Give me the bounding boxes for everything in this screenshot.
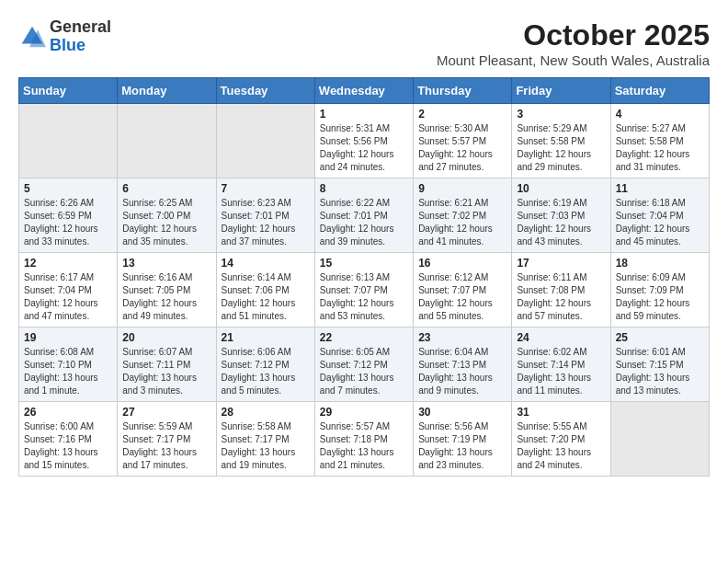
logo-text: General Blue (50, 18, 111, 55)
day-number: 22 (320, 331, 408, 344)
day-info: Sunrise: 5:27 AM Sunset: 5:58 PM Dayligh… (616, 122, 704, 174)
calendar-week-row: 1Sunrise: 5:31 AM Sunset: 5:56 PM Daylig… (19, 104, 710, 178)
day-number: 20 (122, 331, 210, 344)
day-number: 11 (616, 182, 704, 195)
calendar-cell (216, 104, 314, 178)
day-info: Sunrise: 5:30 AM Sunset: 5:57 PM Dayligh… (418, 122, 506, 174)
logo-blue: Blue (50, 37, 111, 55)
day-info: Sunrise: 6:13 AM Sunset: 7:07 PM Dayligh… (320, 271, 408, 323)
calendar-cell: 20Sunrise: 6:07 AM Sunset: 7:11 PM Dayli… (118, 327, 216, 402)
day-info: Sunrise: 6:08 AM Sunset: 7:10 PM Dayligh… (24, 346, 112, 397)
calendar-cell: 8Sunrise: 6:22 AM Sunset: 7:01 PM Daylig… (314, 178, 413, 253)
calendar-cell (19, 104, 118, 178)
calendar-week-row: 5Sunrise: 6:26 AM Sunset: 6:59 PM Daylig… (19, 178, 710, 253)
day-number: 6 (122, 182, 210, 195)
title-block: October 2025 Mount Pleasant, New South W… (437, 18, 710, 68)
calendar-cell: 7Sunrise: 6:23 AM Sunset: 7:01 PM Daylig… (216, 178, 314, 253)
day-info: Sunrise: 6:26 AM Sunset: 6:59 PM Dayligh… (24, 197, 112, 248)
day-info: Sunrise: 6:18 AM Sunset: 7:04 PM Dayligh… (616, 197, 704, 248)
calendar-cell: 22Sunrise: 6:05 AM Sunset: 7:12 PM Dayli… (314, 327, 413, 402)
day-info: Sunrise: 6:02 AM Sunset: 7:14 PM Dayligh… (517, 346, 605, 397)
calendar-cell: 3Sunrise: 5:29 AM Sunset: 5:58 PM Daylig… (512, 104, 610, 178)
calendar-cell: 18Sunrise: 6:09 AM Sunset: 7:09 PM Dayli… (610, 253, 709, 327)
day-info: Sunrise: 6:21 AM Sunset: 7:02 PM Dayligh… (418, 197, 506, 248)
day-info: Sunrise: 6:22 AM Sunset: 7:01 PM Dayligh… (320, 197, 408, 248)
day-number: 19 (24, 331, 112, 344)
calendar-cell: 6Sunrise: 6:25 AM Sunset: 7:00 PM Daylig… (118, 178, 216, 253)
day-info: Sunrise: 5:31 AM Sunset: 5:56 PM Dayligh… (320, 122, 408, 174)
day-number: 31 (517, 406, 605, 419)
day-number: 28 (222, 406, 310, 419)
day-info: Sunrise: 6:06 AM Sunset: 7:12 PM Dayligh… (222, 346, 310, 397)
day-info: Sunrise: 6:07 AM Sunset: 7:11 PM Dayligh… (122, 346, 210, 397)
day-number: 26 (24, 406, 112, 419)
day-info: Sunrise: 6:23 AM Sunset: 7:01 PM Dayligh… (222, 197, 310, 248)
day-number: 30 (418, 406, 506, 419)
calendar-cell: 24Sunrise: 6:02 AM Sunset: 7:14 PM Dayli… (512, 327, 610, 402)
calendar-cell: 27Sunrise: 5:59 AM Sunset: 7:17 PM Dayli… (118, 402, 216, 477)
calendar-cell: 5Sunrise: 6:26 AM Sunset: 6:59 PM Daylig… (19, 178, 118, 253)
calendar-cell: 4Sunrise: 5:27 AM Sunset: 5:58 PM Daylig… (610, 104, 709, 178)
day-info: Sunrise: 6:14 AM Sunset: 7:06 PM Dayligh… (222, 271, 310, 323)
day-number: 16 (418, 257, 506, 270)
calendar-cell: 14Sunrise: 6:14 AM Sunset: 7:06 PM Dayli… (216, 253, 314, 327)
day-info: Sunrise: 6:12 AM Sunset: 7:07 PM Dayligh… (418, 271, 506, 323)
calendar-table: SundayMondayTuesdayWednesdayThursdayFrid… (18, 77, 710, 477)
calendar-cell: 23Sunrise: 6:04 AM Sunset: 7:13 PM Dayli… (414, 327, 512, 402)
day-info: Sunrise: 5:55 AM Sunset: 7:20 PM Dayligh… (517, 420, 605, 472)
day-info: Sunrise: 5:59 AM Sunset: 7:17 PM Dayligh… (122, 420, 210, 472)
calendar-cell: 10Sunrise: 6:19 AM Sunset: 7:03 PM Dayli… (512, 178, 610, 253)
day-number: 27 (122, 406, 210, 419)
day-number: 21 (222, 331, 310, 344)
day-info: Sunrise: 6:19 AM Sunset: 7:03 PM Dayligh… (517, 197, 605, 248)
calendar-cell: 17Sunrise: 6:11 AM Sunset: 7:08 PM Dayli… (512, 253, 610, 327)
calendar-cell: 16Sunrise: 6:12 AM Sunset: 7:07 PM Dayli… (414, 253, 512, 327)
calendar-cell: 13Sunrise: 6:16 AM Sunset: 7:05 PM Dayli… (118, 253, 216, 327)
day-number: 23 (418, 331, 506, 344)
calendar-week-row: 12Sunrise: 6:17 AM Sunset: 7:04 PM Dayli… (19, 253, 710, 327)
day-info: Sunrise: 6:11 AM Sunset: 7:08 PM Dayligh… (517, 271, 605, 323)
logo-general: General (50, 18, 111, 37)
calendar-cell: 30Sunrise: 5:56 AM Sunset: 7:19 PM Dayli… (414, 402, 512, 477)
day-number: 7 (222, 182, 310, 195)
weekday-header: Tuesday (216, 78, 314, 104)
weekday-header: Sunday (19, 78, 118, 104)
day-info: Sunrise: 6:05 AM Sunset: 7:12 PM Dayligh… (320, 346, 408, 397)
weekday-header: Monday (118, 78, 216, 104)
day-info: Sunrise: 5:58 AM Sunset: 7:17 PM Dayligh… (222, 420, 310, 472)
weekday-header: Friday (512, 78, 610, 104)
page-header: General Blue October 2025 Mount Pleasant… (18, 18, 710, 68)
calendar-cell: 26Sunrise: 6:00 AM Sunset: 7:16 PM Dayli… (19, 402, 118, 477)
day-number: 10 (517, 182, 605, 195)
weekday-header: Thursday (414, 78, 512, 104)
day-number: 17 (517, 257, 605, 270)
calendar-cell: 11Sunrise: 6:18 AM Sunset: 7:04 PM Dayli… (610, 178, 709, 253)
weekday-header: Wednesday (314, 78, 413, 104)
day-info: Sunrise: 5:29 AM Sunset: 5:58 PM Dayligh… (517, 122, 605, 174)
calendar-cell: 9Sunrise: 6:21 AM Sunset: 7:02 PM Daylig… (414, 178, 512, 253)
logo: General Blue (18, 18, 111, 55)
calendar-cell: 21Sunrise: 6:06 AM Sunset: 7:12 PM Dayli… (216, 327, 314, 402)
calendar-cell (610, 402, 709, 477)
day-info: Sunrise: 6:17 AM Sunset: 7:04 PM Dayligh… (24, 271, 112, 323)
page-subtitle: Mount Pleasant, New South Wales, Austral… (437, 52, 710, 68)
day-number: 12 (24, 257, 112, 270)
day-info: Sunrise: 6:16 AM Sunset: 7:05 PM Dayligh… (122, 271, 210, 323)
day-info: Sunrise: 6:25 AM Sunset: 7:00 PM Dayligh… (122, 197, 210, 248)
calendar-week-row: 19Sunrise: 6:08 AM Sunset: 7:10 PM Dayli… (19, 327, 710, 402)
calendar-week-row: 26Sunrise: 6:00 AM Sunset: 7:16 PM Dayli… (19, 402, 710, 477)
day-number: 15 (320, 257, 408, 270)
day-number: 13 (122, 257, 210, 270)
day-number: 8 (320, 182, 408, 195)
calendar-cell: 12Sunrise: 6:17 AM Sunset: 7:04 PM Dayli… (19, 253, 118, 327)
day-number: 2 (418, 108, 506, 121)
calendar-cell: 2Sunrise: 5:30 AM Sunset: 5:57 PM Daylig… (414, 104, 512, 178)
day-number: 9 (418, 182, 506, 195)
day-info: Sunrise: 5:56 AM Sunset: 7:19 PM Dayligh… (418, 420, 506, 472)
calendar-cell: 19Sunrise: 6:08 AM Sunset: 7:10 PM Dayli… (19, 327, 118, 402)
weekday-header: Saturday (610, 78, 709, 104)
day-number: 14 (222, 257, 310, 270)
page-title: October 2025 (437, 18, 710, 52)
calendar-cell: 29Sunrise: 5:57 AM Sunset: 7:18 PM Dayli… (314, 402, 413, 477)
day-number: 18 (616, 257, 704, 270)
